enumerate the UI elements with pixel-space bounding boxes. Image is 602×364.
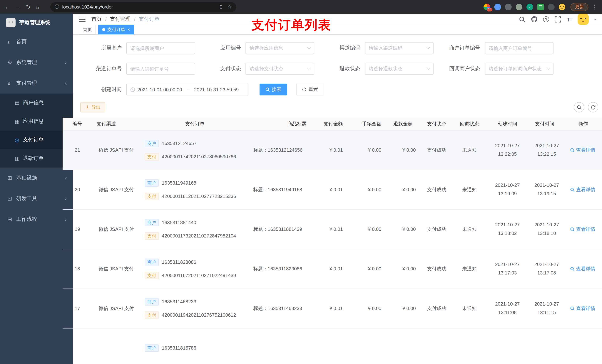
sidebar-item-payment[interactable]: ¥ 支付管理 ∧ xyxy=(0,73,73,94)
goods-title-cell: 标题：1635311468233 xyxy=(249,289,311,328)
pay-status-cell: 支付成功 xyxy=(420,130,453,170)
chevron-down-icon[interactable]: ▾ xyxy=(594,17,596,21)
extension-icon[interactable]: ☰ xyxy=(537,3,544,10)
extension-badge: 10 xyxy=(487,8,492,11)
browser-menu-icon[interactable]: ⋮ xyxy=(592,3,598,10)
extension-icon[interactable]: 10 xyxy=(484,3,490,10)
bookmark-star-icon[interactable]: ☆ xyxy=(227,4,232,10)
paid-time-cell: 2021-10-27 13:19:15 xyxy=(529,170,564,209)
tab-pay-orders[interactable]: 支付订单 × xyxy=(98,25,134,34)
sidebar-item-refund-orders[interactable]: ▥ 退款订单 xyxy=(0,149,73,167)
sidebar-item-home[interactable]: ◐ 首页 xyxy=(0,31,73,52)
home-icon[interactable]: ⌂ xyxy=(36,4,39,10)
pay-tag: 支付 xyxy=(145,153,159,160)
view-detail-link[interactable]: 查看详情 xyxy=(570,265,595,272)
refund-status-select[interactable]: 请选择退款状态 xyxy=(365,63,434,75)
table-row-partial: 商户 1635311815786 xyxy=(63,328,602,364)
pay-tag: 支付 xyxy=(145,232,159,239)
font-size-icon[interactable]: TT xyxy=(567,16,572,22)
back-icon[interactable]: ← xyxy=(4,4,10,10)
browser-update-button[interactable]: 更新 xyxy=(570,3,588,11)
reset-button[interactable]: 重置 xyxy=(296,83,324,95)
tools-icon: ⊡ xyxy=(7,195,16,202)
sidebar-item-merchant-info[interactable]: ▤ 商户信息 xyxy=(0,94,73,112)
table-row: 21 微信 JSAPI 支付 商户 1635312124657 xyxy=(63,130,602,170)
reload-icon[interactable]: ↻ xyxy=(26,3,31,10)
profile-emoji-icon[interactable] xyxy=(559,3,565,10)
help-icon[interactable]: ? xyxy=(543,16,549,22)
workflow-icon: ⊟ xyxy=(7,216,16,223)
view-detail-link[interactable]: 查看详情 xyxy=(570,305,595,312)
view-detail-link[interactable]: 查看详情 xyxy=(570,147,595,153)
sidebar-item-system[interactable]: ⚙ 系统管理 ∨ xyxy=(0,52,73,73)
close-icon[interactable]: × xyxy=(127,27,130,32)
channel-order-no-input[interactable] xyxy=(126,63,195,75)
github-icon[interactable] xyxy=(531,16,538,22)
refund-amount-cell: ¥ 0.00 xyxy=(386,170,420,209)
view-detail-link[interactable]: 查看详情 xyxy=(570,226,595,232)
goods-title-cell: 标题：1635311823086 xyxy=(249,249,311,289)
extension-icon[interactable]: ✓ xyxy=(527,3,533,10)
sidebar-item-devtools[interactable]: ⊡ 研发工具 ∨ xyxy=(0,188,73,209)
merchant-order-no: 1635311815786 xyxy=(162,345,196,351)
gear-icon: ⚙ xyxy=(7,59,16,66)
fee-amount-cell: ¥ 0.00 xyxy=(347,170,386,209)
column-header: 编号 xyxy=(63,118,92,130)
forward-icon[interactable]: → xyxy=(15,4,21,10)
share-icon[interactable]: ↥ xyxy=(219,4,223,10)
fullscreen-icon[interactable] xyxy=(555,16,561,22)
site-info-icon[interactable]: ⓘ xyxy=(55,4,59,10)
breadcrumb-payment[interactable]: 支付管理 xyxy=(110,16,131,22)
sidebar-item-pay-orders[interactable]: ◎ 支付订单 xyxy=(0,131,73,149)
pay-amount-cell: ¥ 0.01 xyxy=(311,289,347,328)
channel-code-select[interactable]: 请输入渠道编码 xyxy=(365,42,434,54)
search-icon[interactable] xyxy=(519,16,526,22)
search-button[interactable]: 搜索 xyxy=(259,83,287,95)
app-id-select[interactable]: 请选择应用信息 xyxy=(246,42,314,54)
extension-icon[interactable] xyxy=(505,3,512,10)
view-detail-link[interactable]: 查看详情 xyxy=(570,186,595,193)
tab-home[interactable]: 首页 xyxy=(79,25,96,34)
field-label: 渠道订单号 xyxy=(80,65,126,72)
extension-icon[interactable] xyxy=(516,3,522,10)
active-dot xyxy=(102,28,105,31)
chevron-down-icon xyxy=(426,66,430,70)
address-bar[interactable]: ⓘ localhost:1024/pay/order ↥ ☆ xyxy=(50,2,236,12)
goods-title-cell: 标题：1635312124656 xyxy=(249,130,311,170)
extension-icon[interactable] xyxy=(494,3,501,10)
pay-status-select[interactable]: 请选择支付状态 xyxy=(246,63,314,75)
content-area: 所属商户 应用编号 请选择应用信息 渠道编码 请输入渠道编码 xyxy=(73,35,602,364)
merchant-order-no-input[interactable] xyxy=(485,42,553,54)
table-row: 18 微信 JSAPI 支付 商户 1635311823086 xyxy=(63,249,602,289)
refresh-table-button[interactable] xyxy=(588,102,598,113)
export-button[interactable]: 导出 xyxy=(80,102,105,113)
refund-amount-cell: ¥ 0.00 xyxy=(386,289,420,328)
chevron-down-icon: ∨ xyxy=(64,61,67,64)
breadcrumb-home[interactable]: 首页 xyxy=(91,16,102,22)
pay-tag: 支付 xyxy=(145,311,159,319)
toggle-search-button[interactable] xyxy=(574,102,584,113)
merchant-order-no: 1635311881440 xyxy=(162,220,196,225)
fee-amount-cell: ¥ 0.00 xyxy=(347,130,386,170)
sidebar-item-infra[interactable]: ⊞ 基础设施 ∨ xyxy=(0,167,73,188)
order-id-cell: 20 xyxy=(63,170,92,209)
merchant-select-input[interactable] xyxy=(126,42,195,54)
search-icon xyxy=(570,227,575,231)
sidebar-item-workflow[interactable]: ⊟ 工作流程 ∨ xyxy=(0,209,73,230)
chevron-down-icon xyxy=(426,45,430,49)
column-header: 创建时间 xyxy=(486,118,529,130)
infra-icon: ⊞ xyxy=(7,175,16,181)
pay-amount-cell: ¥ 0.01 xyxy=(311,170,347,209)
pay-channel-cell: 微信 JSAPI 支付 xyxy=(92,130,140,170)
channel-order-no: 4200001181202110277723215336 xyxy=(162,193,236,199)
merchant-tag: 商户 xyxy=(145,219,159,226)
notify-status-select[interactable]: 请选择订单回调商户状态 xyxy=(485,63,553,75)
sidebar-toggle-icon[interactable] xyxy=(79,17,86,22)
extension-icon[interactable] xyxy=(548,3,555,10)
sidebar-item-app-info[interactable]: ▦ 应用信息 xyxy=(0,112,73,131)
create-time-range-picker[interactable]: 2021-10-01 00:00:00 - 2021-10-31 23:59:5… xyxy=(126,83,248,95)
user-avatar[interactable] xyxy=(578,14,589,25)
actions-cell: 查看详情 xyxy=(564,170,602,209)
screen: ← → ↻ ⌂ ⓘ localhost:1024/pay/order ↥ ☆ 1… xyxy=(0,0,602,364)
goods-title-cell: 标题：1635311881439 xyxy=(249,209,311,249)
